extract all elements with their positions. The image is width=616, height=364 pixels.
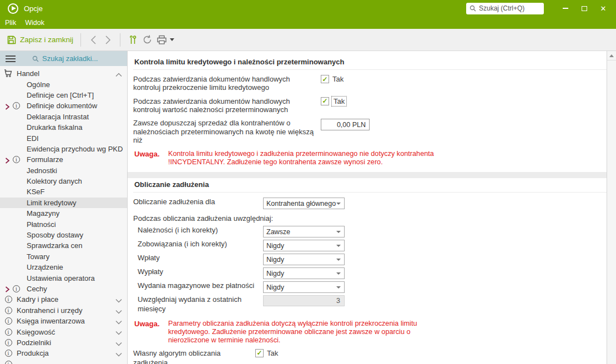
chevron-right-icon bbox=[105, 36, 111, 44]
chevron-up-icon[interactable] bbox=[115, 70, 122, 79]
sidebar-item-cechy[interactable]: iCechy bbox=[0, 284, 127, 294]
form-row: Wydania magazynowe bez płatnościNigdy bbox=[133, 281, 607, 293]
sidebar-item-edi[interactable]: EDI bbox=[0, 133, 127, 143]
sidebar-item-jednostki[interactable]: Jednostki bbox=[0, 165, 127, 176]
sidebar-item-p-atno-ci[interactable]: Płatności bbox=[0, 219, 127, 229]
chevron-down-icon[interactable] bbox=[115, 318, 122, 326]
refresh-icon bbox=[142, 34, 153, 45]
sidebar-item-magazyny[interactable]: Magazyny bbox=[0, 208, 127, 219]
sidebar-item-label: Cechy bbox=[27, 285, 47, 293]
sidebar-item-kontrahenci-i-urz-dy[interactable]: iKontrahenci i urzędy bbox=[0, 305, 127, 316]
info-icon: i bbox=[3, 339, 13, 346]
print-dropdown-caret[interactable] bbox=[170, 38, 174, 41]
sidebar-item-definicje-cen-ctrl-t[interactable]: Definicje cen [Ctrl+T] bbox=[0, 90, 127, 100]
chevron-down-icon bbox=[336, 286, 341, 289]
sidebar-item-ewidencja-przychodu-wg-pkd[interactable]: Ewidencja przychodu wg PKD bbox=[0, 144, 127, 154]
sidebar-item-label: Drukarka fiskalna bbox=[27, 123, 82, 132]
search-icon bbox=[469, 5, 476, 12]
zobowi-zania-i-ich-korekty-dropdown[interactable]: Nigdy bbox=[263, 240, 345, 251]
options-window: Opcje Szukaj (Ctrl+Q) ✕ Plik Widok Zapis… bbox=[0, 0, 616, 364]
sidebar-item-kadry-i-p-ace[interactable]: iKadry i płace bbox=[0, 294, 127, 305]
scroll-up-button[interactable] bbox=[607, 51, 616, 60]
menu-plik[interactable]: Plik bbox=[5, 19, 16, 27]
nav-forward-button[interactable] bbox=[100, 33, 115, 47]
info-icon: i bbox=[3, 361, 13, 364]
sidebar-search-input[interactable]: Szukaj zakładki... bbox=[32, 54, 98, 63]
sidebar-item-handel[interactable]: Handel bbox=[0, 68, 127, 79]
sidebar-item-formularze[interactable]: iFormularze bbox=[0, 154, 127, 165]
sidebar-item-kolektory-danych[interactable]: Kolektory danych bbox=[0, 176, 127, 186]
save-close-button[interactable]: Zapisz i zamknij bbox=[4, 35, 75, 45]
checkbox-custom-algorithm[interactable]: ✓ bbox=[255, 349, 264, 357]
menubar: Plik Widok bbox=[0, 17, 616, 29]
warning-block: Uwaga. Parametry obliczania zadłużenia d… bbox=[133, 320, 607, 345]
close-button[interactable]: ✕ bbox=[596, 2, 610, 14]
sidebar-item-sposoby-dostawy[interactable]: Sposoby dostawy bbox=[0, 230, 127, 240]
form-row: Zobowiązania (i ich korekty)Nigdy bbox=[133, 240, 607, 251]
sidebar-item-limit-kredytowy[interactable]: Limit kredytowy bbox=[0, 198, 127, 208]
chevron-down-icon[interactable] bbox=[115, 296, 122, 305]
wp-aty-dropdown[interactable]: Nigdy bbox=[263, 254, 345, 265]
sidebar-item-towary[interactable]: Towary bbox=[0, 251, 127, 262]
info-icon: i bbox=[3, 307, 13, 314]
chevron-down-icon[interactable] bbox=[115, 307, 122, 316]
chevron-down-icon bbox=[336, 259, 341, 261]
sidebar-item-og-lne[interactable]: Ogólne bbox=[0, 79, 127, 89]
minimize-button[interactable] bbox=[558, 2, 573, 14]
dropdown-value: Nigdy bbox=[266, 242, 284, 250]
form-row: Zawsze dopuszczaj sprzedaż dla kontrahen… bbox=[133, 119, 607, 144]
sidebar-item-produkcja[interactable]: iProdukcja bbox=[0, 348, 127, 358]
print-button[interactable] bbox=[154, 33, 169, 47]
sidebar-item-definicje-dokument-w[interactable]: iDefinicje dokumentów bbox=[0, 100, 127, 111]
sidebar-item-ksi-ga-inwentarzowa[interactable]: iKsięga inwentarzowa bbox=[0, 316, 127, 326]
sidebar-item-podzielniki[interactable]: iPodzielniki bbox=[0, 337, 127, 348]
info-icon: i bbox=[5, 361, 12, 364]
sidebar-item-urz-dzenie[interactable]: Urządzenie bbox=[0, 262, 127, 272]
chevron-down-icon[interactable] bbox=[115, 340, 122, 348]
sidebar-item-ustawienia-operatora[interactable]: Ustawienia operatora bbox=[0, 272, 127, 283]
section-title: Kontrola limitu kredytowego i należności… bbox=[133, 55, 607, 70]
calc-for-dropdown[interactable]: Kontrahenta głównego bbox=[263, 198, 345, 209]
sidebar-item-ksi-gowo[interactable]: iKsięgowość bbox=[0, 326, 127, 337]
maximize-button[interactable] bbox=[577, 2, 592, 14]
chevron-down-icon[interactable] bbox=[115, 350, 122, 358]
expand-arrow-icon[interactable] bbox=[5, 157, 10, 165]
checkbox-label: Tak bbox=[332, 97, 346, 105]
amount-input[interactable]: 0,00 PLN bbox=[321, 119, 370, 130]
nav-back-button[interactable] bbox=[86, 33, 100, 47]
sidebar: Szukaj zakładki... HandelOgólneDefinicje… bbox=[0, 51, 128, 364]
tools-button[interactable] bbox=[125, 33, 140, 47]
checkbox-control-overdue-value[interactable]: ✓ bbox=[321, 97, 329, 105]
global-search-input[interactable]: Szukaj (Ctrl+Q) bbox=[466, 3, 544, 14]
settings-panel: Kontrola limitu kredytowego i należności… bbox=[128, 51, 607, 364]
sidebar-item-deklaracja-intrastat[interactable]: Deklaracja Intrastat bbox=[0, 112, 127, 122]
dropdown-value: Nigdy bbox=[266, 256, 284, 264]
sidebar-item-drukarka-fiskalna[interactable]: Drukarka fiskalna bbox=[0, 122, 127, 133]
info-icon: i bbox=[5, 307, 12, 314]
wyp-aty-dropdown[interactable]: Nigdy bbox=[263, 267, 345, 279]
expand-arrow-icon[interactable] bbox=[5, 103, 10, 112]
chevron-down-icon[interactable] bbox=[115, 328, 122, 337]
field-label: Należności (i ich korekty) bbox=[138, 226, 260, 235]
form-row: Podczas obliczania zadłużenia uwzględnia… bbox=[133, 214, 607, 224]
chevron-down-icon bbox=[336, 245, 341, 247]
refresh-button[interactable] bbox=[140, 33, 154, 47]
main-scrollbar[interactable] bbox=[607, 51, 616, 364]
wydania-magazynowe-bez-p-atno-ci-dropdown[interactable]: Nigdy bbox=[263, 281, 345, 293]
sidebar-item-sprawdzarka-cen[interactable]: Sprawdzarka cen bbox=[0, 240, 127, 251]
sidebar-item-ksef[interactable]: KSeF bbox=[0, 186, 127, 197]
menu-hamburger-icon[interactable] bbox=[0, 55, 17, 62]
field-label: Wypłaty bbox=[138, 267, 260, 277]
save-close-label: Zapisz i zamknij bbox=[20, 36, 73, 44]
menu-widok[interactable]: Widok bbox=[25, 19, 44, 27]
checkbox-control-credit-limit[interactable]: ✓ bbox=[321, 75, 329, 83]
nale-no-ci-i-ich-korekty-dropdown[interactable]: Zawsze bbox=[263, 226, 345, 237]
sidebar-item-item[interactable]: i bbox=[0, 359, 127, 364]
expand-arrow-icon[interactable] bbox=[5, 286, 10, 294]
checkbox-label: Tak bbox=[332, 75, 344, 83]
sidebar-item-label: Ustawienia operatora bbox=[27, 274, 95, 282]
toolbar: Zapisz i zamknij bbox=[0, 29, 616, 51]
info-icon: i bbox=[3, 350, 13, 357]
sidebar-item-label: Urządzenie bbox=[27, 263, 63, 271]
dropdown-value: Kontrahenta głównego bbox=[266, 200, 336, 208]
